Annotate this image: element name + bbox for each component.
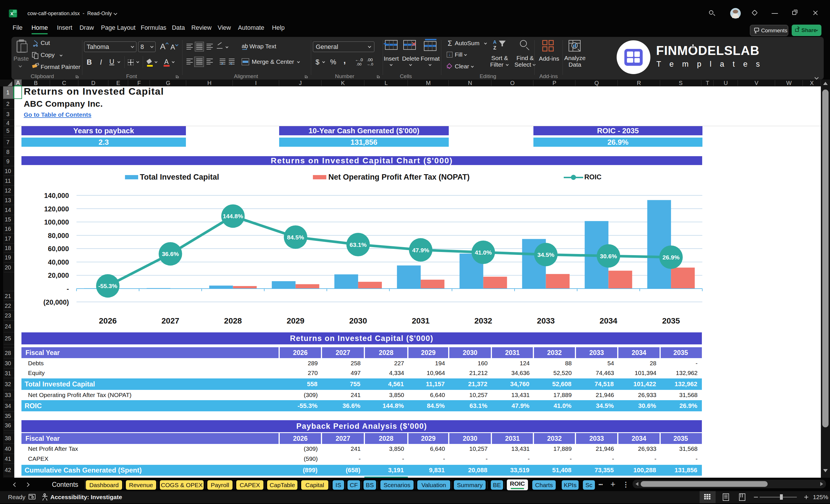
svg-text:(20,000): (20,000): [43, 298, 69, 306]
svg-text:60,000: 60,000: [48, 245, 69, 253]
svg-text:2028: 2028: [224, 316, 242, 325]
svg-text:30.6%: 30.6%: [600, 253, 617, 259]
svg-text:2027: 2027: [162, 316, 179, 325]
svg-text:84.5%: 84.5%: [287, 234, 304, 241]
svg-text:2030: 2030: [349, 316, 367, 325]
svg-text:144.8%: 144.8%: [223, 213, 244, 219]
svg-text:36.6%: 36.6%: [162, 251, 179, 257]
svg-text:40,000: 40,000: [48, 258, 69, 266]
svg-text:47.9%: 47.9%: [412, 247, 429, 253]
svg-text:2031: 2031: [412, 316, 429, 325]
svg-text:26.9%: 26.9%: [662, 254, 679, 260]
svg-text:100,000: 100,000: [44, 218, 69, 226]
svg-text:2033: 2033: [537, 316, 554, 325]
svg-text:80,000: 80,000: [48, 232, 69, 240]
svg-text:-55.3%: -55.3%: [98, 283, 118, 289]
svg-text:63.1%: 63.1%: [350, 242, 367, 248]
svg-text:2026: 2026: [99, 316, 117, 325]
svg-text:120,000: 120,000: [44, 205, 69, 213]
svg-text:-: -: [67, 285, 69, 293]
svg-text:2034: 2034: [600, 316, 617, 325]
svg-text:2032: 2032: [475, 316, 492, 325]
svg-text:140,000: 140,000: [44, 192, 69, 199]
svg-text:2029: 2029: [287, 316, 304, 325]
svg-text:2035: 2035: [662, 316, 680, 325]
svg-text:34.5%: 34.5%: [537, 251, 554, 258]
svg-text:20,000: 20,000: [48, 272, 69, 279]
svg-text:41.0%: 41.0%: [475, 249, 492, 256]
